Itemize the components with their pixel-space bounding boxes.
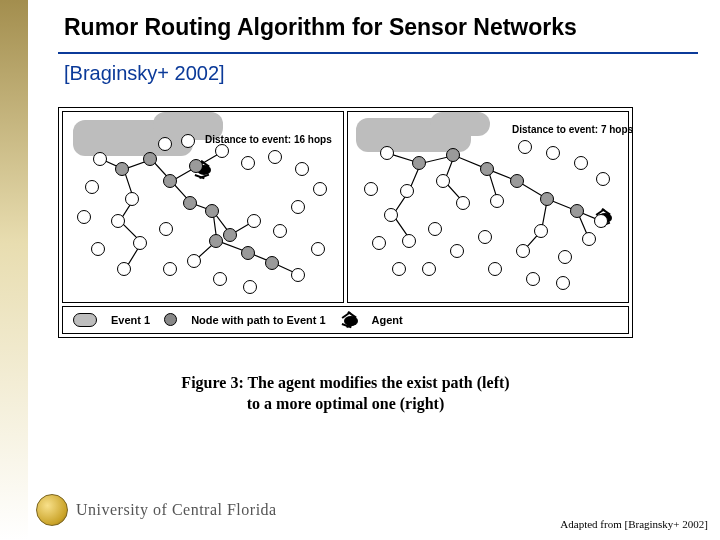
slide-title: Rumor Routing Algorithm for Sensor Netwo…	[64, 14, 700, 42]
decorative-sidebar-gradient	[0, 0, 28, 540]
legend-label-agent: Agent	[372, 314, 403, 326]
slide-content: Rumor Routing Algorithm for Sensor Netwo…	[64, 14, 700, 415]
figure-caption: Figure 3: The agent modifies the exist p…	[58, 372, 633, 415]
legend-label-event: Event 1	[111, 314, 150, 326]
right-panel-hop-label: Distance to event: 7 hops	[512, 124, 633, 135]
figure-panel-right: Distance to event: 7 hops	[347, 111, 629, 303]
citation-line: [Braginsky+ 2002]	[64, 62, 700, 85]
figure-container: Distance to event: 16 hops	[58, 107, 633, 338]
legend-swatch-event	[73, 313, 97, 327]
footer-branding: University of Central Florida	[36, 494, 277, 526]
left-panel-hop-label: Distance to event: 16 hops	[205, 134, 332, 145]
figure-panel-left: Distance to event: 16 hops	[62, 111, 344, 303]
figure-caption-line1: Figure 3: The agent modifies the exist p…	[58, 372, 633, 394]
legend-swatch-agent	[340, 313, 358, 327]
figure-legend: Event 1 Node with path to Event 1 Agent	[62, 306, 629, 334]
legend-label-node: Node with path to Event 1	[191, 314, 325, 326]
attribution-text: Adapted from [Braginsky+ 2002]	[560, 518, 708, 530]
figure-caption-line2: to a more optimal one (right)	[58, 393, 633, 415]
university-seal-icon	[36, 494, 68, 526]
title-rule	[58, 52, 698, 54]
university-name: University of Central Florida	[76, 501, 277, 519]
legend-swatch-node	[164, 313, 177, 326]
